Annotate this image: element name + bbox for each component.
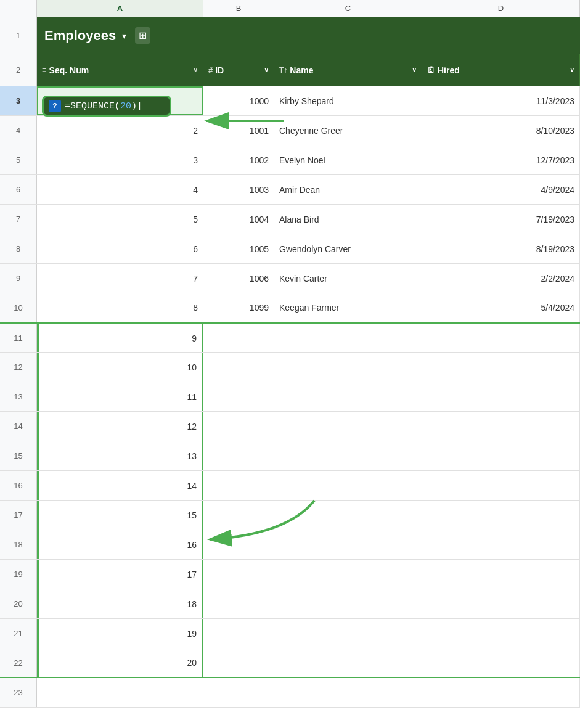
data-row-6: 6 4 1003 Amir Dean 4/9/2024: [0, 175, 580, 205]
cell-c17: [274, 501, 422, 530]
table-name-cell[interactable]: Employees ▾ ⊞: [37, 17, 580, 54]
row-num-3: 3: [0, 86, 37, 115]
cell-d20: [422, 589, 580, 618]
table-name-row: 1 Employees ▾ ⊞: [0, 17, 580, 54]
cell-a23: [37, 678, 203, 707]
cell-d5: 12/7/2023: [422, 145, 580, 174]
data-row-8: 8 6 1005 Gwendolyn Carver 8/19/2023: [0, 234, 580, 264]
cell-d22: [422, 648, 580, 677]
cell-c5: Evelyn Noel: [274, 145, 422, 174]
seq-num-sort-icon[interactable]: ∨: [193, 66, 198, 74]
cell-b12: [203, 353, 274, 382]
table-header-row: 2 ≡ Seq. Num ∨ # ID ∨ T↑ Name ∨ 🗓 Hired …: [0, 54, 580, 86]
seq-row-22: 22 20: [0, 648, 580, 678]
data-row-4: 4 2 1001 Cheyenne Greer 8/10/2023: [0, 116, 580, 145]
row-num-15: 15: [0, 441, 37, 470]
formula-num: 20: [120, 101, 131, 112]
col-header-d[interactable]: D: [422, 0, 580, 17]
table-dropdown-icon[interactable]: ▾: [122, 31, 126, 41]
cell-b16: [203, 471, 274, 500]
cell-d11: [422, 324, 580, 352]
cell-a12: 10: [37, 353, 203, 382]
cell-d15: [422, 441, 580, 470]
id-icon: #: [208, 65, 213, 75]
cell-a4: 2: [37, 116, 203, 145]
col-header-a[interactable]: A: [37, 0, 203, 17]
cell-a18: 16: [37, 530, 203, 559]
cell-c21: [274, 619, 422, 648]
seq-row-14: 14 12: [0, 412, 580, 441]
name-label: Name: [290, 65, 313, 75]
cell-c13: [274, 382, 422, 411]
cell-c9: Kevin Carter: [274, 264, 422, 293]
row-num-7: 7: [0, 205, 37, 234]
cell-c19: [274, 560, 422, 589]
cell-d4: 8/10/2023: [422, 116, 580, 145]
cell-d12: [422, 353, 580, 382]
cell-d17: [422, 501, 580, 530]
hired-icon: 🗓: [427, 65, 435, 75]
cell-d8: 8/19/2023: [422, 234, 580, 263]
cell-d19: [422, 560, 580, 589]
header-seq-num[interactable]: ≡ Seq. Num ∨: [37, 54, 203, 86]
cell-d7: 7/19/2023: [422, 205, 580, 234]
col-header-b[interactable]: B: [203, 0, 274, 17]
header-name[interactable]: T↑ Name ∨: [274, 54, 422, 86]
cell-b17: [203, 501, 274, 530]
formula-box[interactable]: ? =SEQUENCE(20)|: [42, 96, 171, 117]
cell-a6: 4: [37, 175, 203, 204]
cell-d6: 4/9/2024: [422, 175, 580, 204]
cell-c14: [274, 412, 422, 441]
cell-a14: 12: [37, 412, 203, 441]
seq-row-11: 11 9: [0, 323, 580, 353]
cell-d16: [422, 471, 580, 500]
cell-c11: [274, 324, 422, 352]
table-grid-icon[interactable]: ⊞: [135, 27, 150, 44]
cell-b22: [203, 648, 274, 677]
col-header-c[interactable]: C: [274, 0, 422, 17]
cell-b19: [203, 560, 274, 589]
formula-overlay: ? =SEQUENCE(20)|: [42, 96, 171, 117]
cell-a21: 19: [37, 619, 203, 648]
cell-a9: 7: [37, 264, 203, 293]
cell-b8: 1005: [203, 234, 274, 263]
row-num-13: 13: [0, 382, 37, 411]
cell-d23: [422, 678, 580, 707]
cell-a20: 18: [37, 589, 203, 618]
cell-c8: Gwendolyn Carver: [274, 234, 422, 263]
row-num-20: 20: [0, 589, 37, 618]
data-row-7: 7 5 1004 Alana Bird 7/19/2023: [0, 205, 580, 234]
cell-b23: [203, 678, 274, 707]
seq-row-18: 18 16: [0, 530, 580, 560]
id-sort-icon[interactable]: ∨: [264, 66, 269, 74]
cell-b11: [203, 324, 274, 352]
row-num-23: 23: [0, 678, 37, 707]
cell-b9: 1006: [203, 264, 274, 293]
cell-c7: Alana Bird: [274, 205, 422, 234]
cell-d18: [422, 530, 580, 559]
formula-help-icon[interactable]: ?: [49, 100, 61, 112]
seq-row-15: 15 13: [0, 441, 580, 471]
header-id[interactable]: # ID ∨: [203, 54, 274, 86]
cell-c10: Keegan Farmer: [274, 293, 422, 322]
cell-b14: [203, 412, 274, 441]
row-num-8: 8: [0, 234, 37, 263]
spreadsheet: A B C D 1 Employees ▾ ⊞ 2 ≡ Seq. Num ∨ #…: [0, 0, 580, 728]
hired-sort-icon[interactable]: ∨: [570, 66, 574, 74]
row-num-6: 6: [0, 175, 37, 204]
name-sort-icon[interactable]: ∨: [412, 66, 417, 74]
row-num-11: 11: [0, 324, 37, 352]
row-num-9: 9: [0, 264, 37, 293]
header-hired[interactable]: 🗓 Hired ∨: [422, 54, 580, 86]
cell-b21: [203, 619, 274, 648]
cell-a15: 13: [37, 441, 203, 470]
formula-text: =SEQUENCE(20)|: [65, 101, 142, 112]
cell-c15: [274, 441, 422, 470]
cell-c4: Cheyenne Greer: [274, 116, 422, 145]
seq-row-13: 13 11: [0, 382, 580, 412]
empty-row-23: 23: [0, 678, 580, 708]
cell-a16: 14: [37, 471, 203, 500]
data-row-5: 5 3 1002 Evelyn Noel 12/7/2023: [0, 145, 580, 175]
column-headers: A B C D: [0, 0, 580, 17]
row-num-17: 17: [0, 501, 37, 530]
